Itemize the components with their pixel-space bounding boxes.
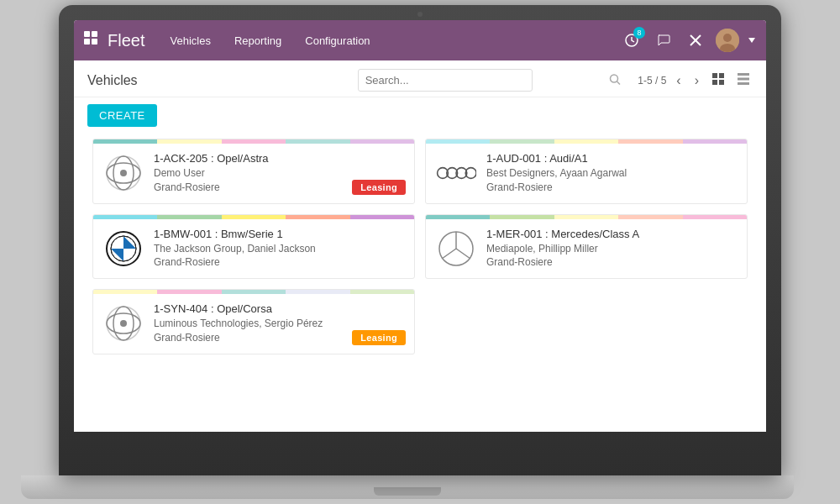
badge-count: 8 <box>633 27 645 39</box>
topbar-right: 8 <box>620 29 756 52</box>
svg-rect-3 <box>92 39 97 45</box>
svg-rect-13 <box>719 73 724 78</box>
vehicle-title: 1-AUD-001 : Audi/A1 <box>486 152 737 165</box>
nav-configuration[interactable]: Configuration <box>297 29 378 52</box>
svg-point-8 <box>723 34 732 42</box>
action-bar: CREATE <box>74 97 766 134</box>
prev-page-button[interactable]: ‹ <box>673 71 684 90</box>
main-nav: Vehicles Reporting Configuration <box>161 29 620 52</box>
vehicles-grid: 1-ACK-205 : Opel/AstraDemo UserGrand-Ros… <box>74 134 766 373</box>
svg-rect-0 <box>84 31 90 37</box>
search-icon <box>609 73 621 87</box>
nav-vehicles[interactable]: Vehicles <box>161 29 218 52</box>
svg-point-10 <box>611 75 618 82</box>
vehicle-title: 1-SYN-404 : Opel/Corsa <box>154 302 404 315</box>
opel-logo <box>103 303 144 344</box>
svg-rect-1 <box>92 31 97 37</box>
vehicle-title: 1-ACK-205 : Opel/Astra <box>154 152 404 165</box>
create-button[interactable]: CREATE <box>87 104 157 127</box>
vehicle-title: 1-MER-001 : Mercedes/Class A <box>486 228 737 240</box>
topbar: Fleet Vehicles Reporting Configuration 8 <box>74 20 766 60</box>
main-content: Vehicles 1-5 / 5 ‹ › <box>74 60 766 432</box>
vehicle-card[interactable]: 1-MER-001 : Mercedes/Class AMediapole, P… <box>425 214 748 280</box>
toolbar-right: 1-5 / 5 ‹ › <box>638 71 753 90</box>
search-container <box>358 69 628 92</box>
bmw-logo <box>103 228 144 269</box>
list-view-button[interactable] <box>734 71 753 90</box>
page-title: Vehicles <box>87 73 358 88</box>
user-avatar[interactable] <box>716 29 739 52</box>
svg-line-33 <box>456 249 470 259</box>
svg-line-32 <box>442 249 456 259</box>
svg-rect-14 <box>712 80 717 85</box>
vehicle-card[interactable]: 1-ACK-205 : Opel/AstraDemo UserGrand-Ros… <box>92 139 415 204</box>
svg-rect-16 <box>738 73 749 76</box>
vehicle-card[interactable]: 1-BMW-001 : Bmw/Serie 1The Jackson Group… <box>92 214 415 280</box>
svg-point-22 <box>120 170 127 176</box>
close-icon[interactable] <box>684 29 707 52</box>
svg-rect-18 <box>738 82 749 85</box>
nav-reporting[interactable]: Reporting <box>226 29 290 52</box>
next-page-button[interactable]: › <box>691 71 702 90</box>
card-info: 1-MER-001 : Mercedes/Class AMediapole, P… <box>486 228 737 270</box>
search-input[interactable] <box>358 69 533 92</box>
grid-icon[interactable] <box>84 31 99 50</box>
svg-rect-12 <box>712 73 717 78</box>
svg-point-37 <box>120 320 127 327</box>
clock-icon[interactable]: 8 <box>620 29 643 52</box>
leasing-badge: Leasing <box>352 180 406 195</box>
mercedes-logo <box>436 228 476 269</box>
laptop-base <box>21 475 794 499</box>
vehicle-driver: The Jackson Group, Daniel JacksonGrand-R… <box>154 242 404 270</box>
chat-icon[interactable] <box>652 29 675 52</box>
svg-rect-17 <box>738 77 749 80</box>
leasing-badge: Leasing <box>352 330 406 345</box>
card-info: 1-BMW-001 : Bmw/Serie 1The Jackson Group… <box>154 228 404 270</box>
audi-logo <box>436 153 476 193</box>
opel-logo <box>103 153 144 193</box>
pagination-info: 1-5 / 5 <box>638 75 666 87</box>
svg-line-11 <box>617 81 621 85</box>
vehicle-driver: Mediapole, Phillipp MillerGrand-Rosiere <box>486 242 737 270</box>
vehicle-card[interactable]: 1-AUD-001 : Audi/A1Best Designers, Ayaan… <box>425 139 748 204</box>
vehicle-title: 1-BMW-001 : Bmw/Serie 1 <box>154 228 404 240</box>
vehicle-card[interactable]: 1-SYN-404 : Opel/CorsaLuminous Technolog… <box>92 289 415 354</box>
svg-rect-15 <box>719 80 724 85</box>
card-info: 1-AUD-001 : Audi/A1Best Designers, Ayaan… <box>486 152 737 195</box>
vehicle-driver: Best Designers, Ayaan AgarwalGrand-Rosie… <box>486 166 737 195</box>
grid-view-button[interactable] <box>709 71 727 90</box>
toolbar: Vehicles 1-5 / 5 ‹ › <box>74 60 766 97</box>
app-logo: Fleet <box>108 31 144 50</box>
svg-rect-2 <box>84 39 90 45</box>
dropdown-arrow[interactable] <box>748 29 756 52</box>
